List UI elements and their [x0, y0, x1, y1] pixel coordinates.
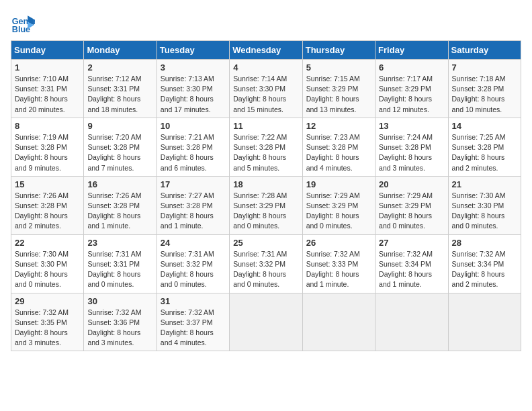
sunrise-label: Sunrise: 7:22 AM: [233, 133, 287, 141]
day-number: 6: [379, 62, 444, 73]
sunset-label: Sunset: 3:29 PM: [379, 85, 431, 93]
daylight-label: Daylight: 8 hours and 3 minutes.: [87, 328, 140, 347]
daylight-label: Daylight: 8 hours and 15 minutes.: [233, 95, 286, 113]
day-number: 2: [87, 62, 152, 73]
cell-info: Sunrise: 7:23 AM Sunset: 3:28 PM Dayligh…: [306, 132, 371, 173]
sunrise-label: Sunrise: 7:24 AM: [379, 133, 433, 141]
day-number: 14: [452, 121, 517, 131]
calendar-week-row: 15 Sunrise: 7:26 AM Sunset: 3:28 PM Dayl…: [11, 176, 521, 234]
cell-info: Sunrise: 7:12 AM Sunset: 3:31 PM Dayligh…: [87, 74, 152, 115]
sunrise-label: Sunrise: 7:32 AM: [306, 250, 360, 258]
calendar-cell: 17 Sunrise: 7:27 AM Sunset: 3:28 PM Dayl…: [157, 176, 229, 234]
calendar-cell: 25 Sunrise: 7:31 AM Sunset: 3:32 PM Dayl…: [230, 234, 302, 293]
sunset-label: Sunset: 3:29 PM: [379, 201, 431, 210]
calendar-cell: 13 Sunrise: 7:24 AM Sunset: 3:28 PM Dayl…: [375, 118, 448, 176]
day-number: 25: [233, 238, 298, 248]
weekday-header-tuesday: Tuesday: [157, 41, 229, 60]
sunrise-label: Sunrise: 7:21 AM: [161, 133, 214, 141]
daylight-label: Daylight: 8 hours and 0 minutes.: [306, 212, 359, 230]
sunset-label: Sunset: 3:32 PM: [233, 260, 285, 268]
sunrise-label: Sunrise: 7:12 AM: [87, 75, 141, 83]
sunrise-label: Sunrise: 7:27 AM: [161, 191, 214, 199]
calendar-table: SundayMondayTuesdayWednesdayThursdayFrid…: [11, 40, 521, 351]
sunrise-label: Sunrise: 7:15 AM: [306, 75, 360, 83]
day-number: 12: [306, 121, 371, 131]
daylight-label: Daylight: 8 hours and 1 minute.: [306, 270, 359, 288]
cell-info: Sunrise: 7:22 AM Sunset: 3:28 PM Dayligh…: [233, 132, 298, 173]
sunset-label: Sunset: 3:37 PM: [161, 318, 213, 326]
cell-info: Sunrise: 7:26 AM Sunset: 3:28 PM Dayligh…: [15, 191, 80, 232]
cell-info: Sunrise: 7:30 AM Sunset: 3:30 PM Dayligh…: [452, 191, 517, 232]
calendar-cell: 26 Sunrise: 7:32 AM Sunset: 3:33 PM Dayl…: [302, 234, 375, 293]
calendar-cell: 11 Sunrise: 7:22 AM Sunset: 3:28 PM Dayl…: [230, 118, 302, 176]
daylight-label: Daylight: 8 hours and 9 minutes.: [15, 153, 68, 171]
cell-info: Sunrise: 7:25 AM Sunset: 3:28 PM Dayligh…: [452, 132, 517, 173]
sunrise-label: Sunrise: 7:18 AM: [452, 75, 506, 83]
calendar-cell: 10 Sunrise: 7:21 AM Sunset: 3:28 PM Dayl…: [157, 118, 229, 176]
sunset-label: Sunset: 3:35 PM: [15, 318, 67, 326]
sunset-label: Sunset: 3:36 PM: [87, 318, 140, 326]
sunset-label: Sunset: 3:28 PM: [306, 143, 359, 151]
cell-info: Sunrise: 7:32 AM Sunset: 3:34 PM Dayligh…: [452, 249, 517, 290]
day-number: 9: [87, 121, 152, 131]
page-header: General Blue: [11, 11, 521, 35]
sunset-label: Sunset: 3:28 PM: [379, 143, 431, 151]
svg-text:Blue: Blue: [12, 25, 30, 34]
cell-info: Sunrise: 7:29 AM Sunset: 3:29 PM Dayligh…: [379, 191, 444, 232]
daylight-label: Daylight: 8 hours and 0 minutes.: [452, 212, 505, 230]
sunrise-label: Sunrise: 7:29 AM: [306, 191, 360, 199]
day-number: 15: [15, 179, 80, 189]
calendar-week-row: 1 Sunrise: 7:10 AM Sunset: 3:31 PM Dayli…: [11, 60, 521, 118]
sunrise-label: Sunrise: 7:31 AM: [161, 250, 214, 258]
calendar-cell: 8 Sunrise: 7:19 AM Sunset: 3:28 PM Dayli…: [11, 118, 84, 176]
sunrise-label: Sunrise: 7:31 AM: [87, 250, 141, 258]
sunset-label: Sunset: 3:33 PM: [306, 260, 359, 268]
cell-info: Sunrise: 7:18 AM Sunset: 3:28 PM Dayligh…: [452, 74, 517, 115]
day-number: 18: [233, 179, 298, 189]
daylight-label: Daylight: 8 hours and 10 minutes.: [452, 95, 505, 113]
sunset-label: Sunset: 3:30 PM: [161, 85, 213, 93]
cell-info: Sunrise: 7:26 AM Sunset: 3:28 PM Dayligh…: [87, 191, 152, 232]
calendar-cell: 14 Sunrise: 7:25 AM Sunset: 3:28 PM Dayl…: [448, 118, 521, 176]
weekday-header-thursday: Thursday: [302, 41, 375, 60]
calendar-cell: [448, 293, 521, 351]
weekday-header-wednesday: Wednesday: [230, 41, 302, 60]
day-number: 24: [161, 238, 226, 248]
calendar-cell: 6 Sunrise: 7:17 AM Sunset: 3:29 PM Dayli…: [375, 60, 448, 118]
day-number: 13: [379, 121, 444, 131]
calendar-cell: 9 Sunrise: 7:20 AM Sunset: 3:28 PM Dayli…: [84, 118, 157, 176]
daylight-label: Daylight: 8 hours and 7 minutes.: [87, 153, 140, 171]
cell-info: Sunrise: 7:21 AM Sunset: 3:28 PM Dayligh…: [161, 132, 226, 173]
sunset-label: Sunset: 3:32 PM: [161, 260, 213, 268]
sunset-label: Sunset: 3:34 PM: [452, 260, 504, 268]
day-number: 7: [452, 62, 517, 73]
calendar-cell: 24 Sunrise: 7:31 AM Sunset: 3:32 PM Dayl…: [157, 234, 229, 293]
cell-info: Sunrise: 7:24 AM Sunset: 3:28 PM Dayligh…: [379, 132, 444, 173]
daylight-label: Daylight: 8 hours and 0 minutes.: [15, 270, 68, 288]
daylight-label: Daylight: 8 hours and 0 minutes.: [233, 270, 286, 288]
sunset-label: Sunset: 3:34 PM: [379, 260, 431, 268]
weekday-header-saturday: Saturday: [448, 41, 521, 60]
sunrise-label: Sunrise: 7:32 AM: [87, 308, 141, 316]
day-number: 21: [452, 179, 517, 189]
day-number: 30: [87, 296, 152, 306]
cell-info: Sunrise: 7:20 AM Sunset: 3:28 PM Dayligh…: [87, 132, 152, 173]
sunset-label: Sunset: 3:31 PM: [15, 85, 67, 93]
cell-info: Sunrise: 7:31 AM Sunset: 3:32 PM Dayligh…: [161, 249, 226, 290]
sunset-label: Sunset: 3:29 PM: [233, 201, 285, 210]
calendar-cell: 4 Sunrise: 7:14 AM Sunset: 3:30 PM Dayli…: [230, 60, 302, 118]
day-number: 31: [161, 296, 226, 306]
daylight-label: Daylight: 8 hours and 5 minutes.: [233, 153, 286, 171]
calendar-cell: 30 Sunrise: 7:32 AM Sunset: 3:36 PM Dayl…: [84, 293, 157, 351]
day-number: 16: [87, 179, 152, 189]
daylight-label: Daylight: 8 hours and 13 minutes.: [306, 95, 359, 113]
calendar-cell: 19 Sunrise: 7:29 AM Sunset: 3:29 PM Dayl…: [302, 176, 375, 234]
day-number: 3: [161, 62, 226, 73]
day-number: 19: [306, 179, 371, 189]
daylight-label: Daylight: 8 hours and 18 minutes.: [87, 95, 140, 113]
day-number: 17: [161, 179, 226, 189]
calendar-cell: 16 Sunrise: 7:26 AM Sunset: 3:28 PM Dayl…: [84, 176, 157, 234]
sunset-label: Sunset: 3:30 PM: [452, 201, 504, 210]
cell-info: Sunrise: 7:27 AM Sunset: 3:28 PM Dayligh…: [161, 191, 226, 232]
calendar-week-row: 8 Sunrise: 7:19 AM Sunset: 3:28 PM Dayli…: [11, 118, 521, 176]
